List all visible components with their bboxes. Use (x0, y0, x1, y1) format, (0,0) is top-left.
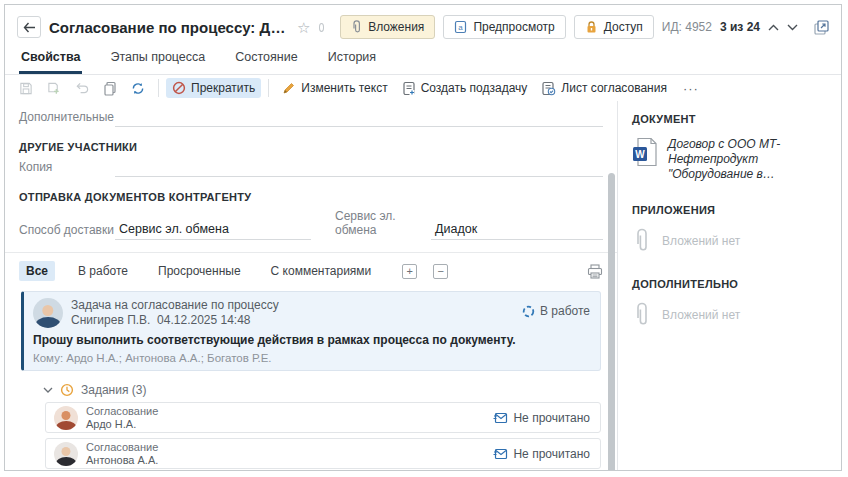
additional-field-row: Дополнительные (19, 109, 603, 127)
filter-bar: Все В работе Просроченные С комментариям… (5, 253, 617, 287)
word-document-icon: W (632, 137, 658, 167)
open-in-window-icon (814, 20, 829, 35)
task-status-label: В работе (540, 304, 590, 318)
create-subtask-button[interactable]: Создать подзадачу (396, 78, 534, 99)
pencil-icon (282, 81, 296, 95)
avatar (54, 406, 78, 430)
document-section-header: ДОКУМЕНТ (632, 113, 827, 125)
svg-text:a: a (459, 23, 464, 32)
copy-field-row: Копия (19, 159, 603, 177)
document-id: ИД: 4952 (662, 20, 712, 34)
filter-with-comments[interactable]: С комментариями (264, 261, 379, 281)
delivery-method-input[interactable]: Сервис эл. обмена (115, 222, 311, 240)
delivery-row: Способ доставки Сервис эл. обмена Сервис… (19, 209, 603, 240)
assignment-assignee: Ардо Н.А. (86, 418, 485, 431)
chevron-down-icon (43, 387, 53, 393)
assignment-type: Согласование (86, 441, 485, 454)
toolbar: Прекратить Изменить текст Создать подзад… (5, 75, 841, 101)
tab-state[interactable]: Состояние (233, 45, 299, 74)
page-title: Согласование по процессу: Договор с ООО … (49, 19, 289, 36)
task-author-date: Снигирев П.В. 04.12.2025 14:48 (71, 313, 514, 328)
collapse-all-button[interactable]: − (433, 264, 448, 279)
scrollbar-thumb[interactable] (608, 173, 615, 471)
exchange-service-label: Сервис эл. обмена (335, 209, 431, 240)
filter-all[interactable]: Все (19, 261, 55, 281)
attachments-section-header: ПРИЛОЖЕНИЯ (632, 204, 827, 216)
other-participants-header: ДРУГИЕ УЧАСТНИКИ (19, 141, 603, 153)
tab-process-stages[interactable]: Этапы процесса (108, 45, 207, 74)
assignment-row-antonova[interactable]: Согласование Антонова А.А. Не прочитано (45, 438, 601, 469)
additional-field-label: Дополнительные (19, 110, 115, 127)
additional-field-input[interactable] (115, 109, 603, 127)
attachments-button[interactable]: Вложения (340, 15, 435, 39)
approval-sheet-button[interactable]: Лист согласования (535, 78, 673, 99)
save-and-new-button[interactable] (41, 78, 67, 99)
task-body-text: Прошу выполнить соответствующие действия… (33, 333, 590, 347)
next-item-button[interactable] (787, 19, 798, 35)
save-plus-icon (47, 81, 61, 96)
lock-icon (585, 20, 598, 34)
prev-item-button[interactable] (768, 19, 779, 35)
undo-button[interactable] (69, 79, 95, 97)
assignment-status: Не прочитано (493, 447, 590, 461)
open-in-window-button[interactable] (814, 19, 829, 35)
status-circle-icon (319, 23, 325, 32)
copy-button[interactable] (97, 78, 123, 99)
edit-text-button[interactable]: Изменить текст (276, 78, 393, 98)
expand-all-button[interactable]: + (402, 264, 417, 279)
copy-icon (103, 81, 117, 96)
save-button[interactable] (13, 78, 39, 99)
attachments-empty-row: Вложений нет (634, 228, 827, 254)
additional-section-header: ДОПОЛНИТЕЛЬНО (632, 278, 827, 290)
assignment-row-ardo[interactable]: Согласование Ардо Н.А. Не прочитано (45, 402, 601, 433)
preview-button[interactable]: a Предпросмотр (443, 15, 565, 39)
header: Согласование по процессу: Договор с ООО … (5, 5, 841, 45)
delivery-method-label: Способ доставки (19, 223, 115, 240)
vertical-scrollbar[interactable] (608, 101, 615, 471)
sending-documents-header: ОТПРАВКА ДОКУМЕНТОВ КОНТРАГЕНТУ (19, 191, 603, 203)
tab-bar: Свойства Этапы процесса Состояние Истори… (5, 45, 841, 75)
additional-empty-label: Вложений нет (662, 308, 740, 322)
back-button[interactable] (17, 16, 41, 38)
task-author: Снигирев П.В. (71, 313, 150, 327)
task-status: В работе (522, 304, 590, 318)
assignments-group-row[interactable]: Задания (3) (43, 383, 601, 397)
additional-empty-row: Вложений нет (634, 302, 827, 328)
task-recipients: Кому: Ардо Н.А.; Антонова А.А.; Богатов … (33, 352, 590, 364)
task-title: Задача на согласование по процессу (71, 298, 514, 313)
paperclip-icon (351, 20, 362, 34)
print-icon[interactable] (587, 264, 603, 279)
chevron-down-icon (787, 24, 798, 31)
assignment-status: Не прочитано (493, 411, 590, 425)
assignment-assignee: Антонова А.А. (86, 454, 485, 467)
refresh-button[interactable] (125, 78, 151, 99)
save-icon (19, 81, 33, 96)
task-card[interactable]: Задача на согласование по процессу Сниги… (21, 291, 601, 371)
avatar (33, 298, 63, 328)
tab-properties[interactable]: Свойства (19, 45, 82, 74)
copy-field-input[interactable] (115, 159, 603, 177)
filter-in-progress[interactable]: В работе (71, 261, 135, 281)
stop-task-button[interactable]: Прекратить (166, 78, 261, 98)
app-window: Согласование по процессу: Договор с ООО … (4, 4, 842, 471)
filter-overdue[interactable]: Просроченные (151, 261, 248, 281)
back-arrow-icon (23, 22, 36, 33)
main-area: Дополнительные ДРУГИЕ УЧАСТНИКИ Копия ОТ… (5, 101, 841, 471)
prohibit-icon (172, 81, 186, 95)
document-link[interactable]: W Договор с ООО МТ-Нефтепродукт "Оборудо… (632, 137, 827, 182)
access-button[interactable]: Доступ (574, 15, 654, 39)
in-progress-spinner-icon (522, 305, 535, 318)
chevron-up-icon (768, 24, 779, 31)
attachments-empty-label: Вложений нет (662, 234, 740, 248)
star-icon[interactable]: ☆ (297, 20, 310, 35)
exchange-service-input[interactable]: Диадок (431, 222, 603, 240)
document-title[interactable]: Договор с ООО МТ-Нефтепродукт "Оборудова… (668, 137, 808, 182)
unread-envelope-icon (493, 412, 508, 424)
toolbar-overflow-button[interactable]: ··· (675, 81, 707, 96)
left-panel: Дополнительные ДРУГИЕ УЧАСТНИКИ Копия ОТ… (5, 101, 617, 471)
paperclip-icon (634, 228, 650, 254)
tab-history[interactable]: История (326, 45, 378, 74)
clock-icon (60, 383, 74, 397)
undo-icon (75, 82, 89, 94)
refresh-icon (131, 81, 145, 96)
